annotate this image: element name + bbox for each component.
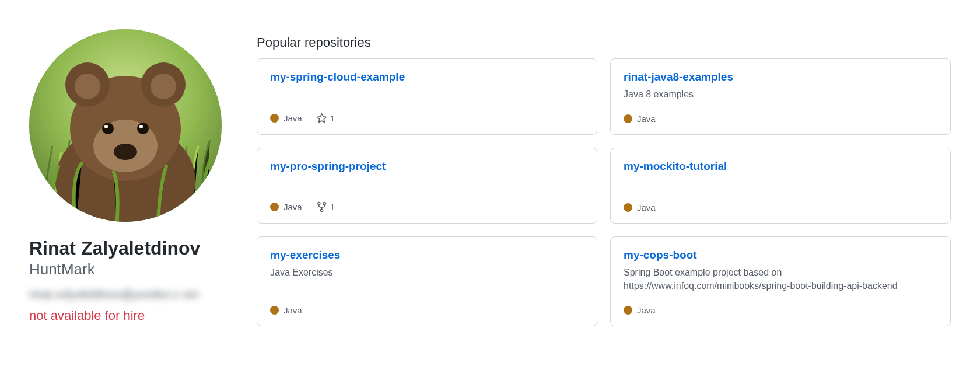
repo-description: Java 8 examples <box>624 88 937 101</box>
repo-language-label: Java <box>284 113 302 123</box>
svg-point-11 <box>139 125 143 128</box>
avatar[interactable] <box>29 29 222 222</box>
section-title: Popular repositories <box>257 35 951 50</box>
language-dot-icon <box>624 203 632 212</box>
svg-point-12 <box>114 144 137 160</box>
repo-name-link[interactable]: my-cops-boot <box>624 249 937 262</box>
repo-language: Java <box>624 305 656 315</box>
repo-description: Java Exercises <box>270 266 584 279</box>
svg-point-9 <box>104 125 108 128</box>
repo-language: Java <box>624 203 656 212</box>
repo-grid: my-spring-cloud-example Java 1 rinat-jav… <box>257 58 951 326</box>
svg-point-4 <box>75 74 100 99</box>
repo-name-link[interactable]: my-mockito-tutorial <box>624 160 937 173</box>
profile-username: HuntMark <box>29 260 233 278</box>
repo-name-link[interactable]: my-pro-spring-project <box>270 160 584 173</box>
profile-sidebar: Rinat Zalyaletdinov HuntMark rinat.xxlyx… <box>29 18 233 326</box>
repo-name-link[interactable]: my-spring-cloud-example <box>270 71 584 83</box>
repo-language: Java <box>270 305 302 315</box>
language-dot-icon <box>270 114 279 123</box>
main-content: Popular repositories my-spring-cloud-exa… <box>257 18 951 326</box>
svg-point-10 <box>137 123 149 134</box>
repo-language: Java <box>624 114 656 124</box>
svg-point-8 <box>102 123 114 134</box>
repo-card: my-spring-cloud-example Java 1 <box>257 58 597 135</box>
hire-status: not available for hire <box>29 308 233 323</box>
repo-language: Java <box>270 202 302 212</box>
language-dot-icon <box>270 203 279 211</box>
repo-language: Java <box>270 113 302 123</box>
fork-icon <box>316 201 327 212</box>
repo-card: my-pro-spring-project Java <box>257 148 597 224</box>
language-dot-icon <box>624 306 632 315</box>
repo-stars-count: 1 <box>330 113 335 123</box>
repo-forks-count: 1 <box>330 202 335 212</box>
repo-card: rinat-java8-examples Java 8 examples Jav… <box>610 58 951 135</box>
language-dot-icon <box>270 306 279 315</box>
repo-language-label: Java <box>637 203 656 212</box>
repo-forks[interactable]: 1 <box>316 201 335 212</box>
repo-language-label: Java <box>637 114 656 124</box>
repo-card: my-exercises Java Exercises Java <box>257 236 597 326</box>
svg-point-6 <box>150 74 176 99</box>
repo-card: my-cops-boot Spring Boot example project… <box>610 236 951 326</box>
star-icon <box>316 113 327 124</box>
repo-stars[interactable]: 1 <box>316 113 335 124</box>
repo-name-link[interactable]: rinat-java8-examples <box>624 71 937 83</box>
repo-name-link[interactable]: my-exercises <box>270 249 584 262</box>
profile-email-obscured: rinat.xxlyxletdinov@yxndex.c om <box>29 287 233 302</box>
repo-card: my-mockito-tutorial Java <box>610 148 951 224</box>
language-dot-icon <box>624 114 632 123</box>
repo-language-label: Java <box>284 305 302 315</box>
repo-language-label: Java <box>284 202 302 212</box>
profile-full-name: Rinat Zalyaletdinov <box>29 237 233 259</box>
repo-description: Spring Boot example project based on htt… <box>624 266 937 292</box>
repo-language-label: Java <box>637 305 656 315</box>
